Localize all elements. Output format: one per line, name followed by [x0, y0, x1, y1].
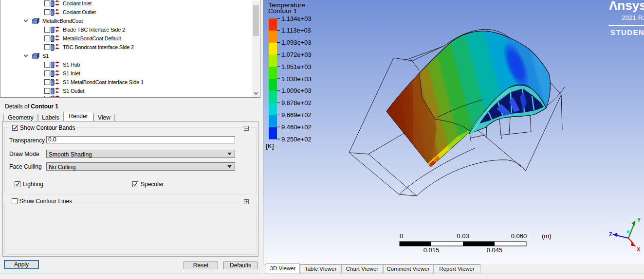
svg-text:1.009e+03: 1.009e+03 [281, 87, 312, 94]
svg-text:1.030e+03: 1.030e+03 [281, 75, 312, 83]
svg-text:Z: Z [609, 231, 612, 237]
svg-text:1.113e+03: 1.113e+03 [281, 27, 311, 34]
svg-text:9.460e+02: 9.460e+02 [281, 123, 312, 131]
svg-text:Contour 1: Contour 1 [268, 7, 297, 15]
svg-text:9.669e+02: 9.669e+02 [281, 111, 312, 119]
svg-text:(m): (m) [542, 232, 552, 240]
svg-text:0.015: 0.015 [423, 246, 440, 254]
svg-text:0.03: 0.03 [457, 232, 469, 240]
svg-text:Y: Y [637, 217, 641, 223]
svg-text:[K]: [K] [266, 142, 274, 150]
svg-text:X: X [637, 246, 641, 252]
svg-text:1.134e+03: 1.134e+03 [281, 15, 312, 22]
svg-text:1.072e+03: 1.072e+03 [281, 51, 312, 58]
svg-text:0.060: 0.060 [511, 232, 527, 240]
svg-text:9.250e+02: 9.250e+02 [281, 136, 312, 143]
svg-text:1.093e+03: 1.093e+03 [281, 39, 312, 46]
svg-text:9.878e+02: 9.878e+02 [281, 99, 312, 106]
svg-text:1.051e+03: 1.051e+03 [281, 63, 312, 70]
svg-text:0: 0 [400, 232, 403, 240]
svg-text:0.045: 0.045 [487, 246, 503, 254]
